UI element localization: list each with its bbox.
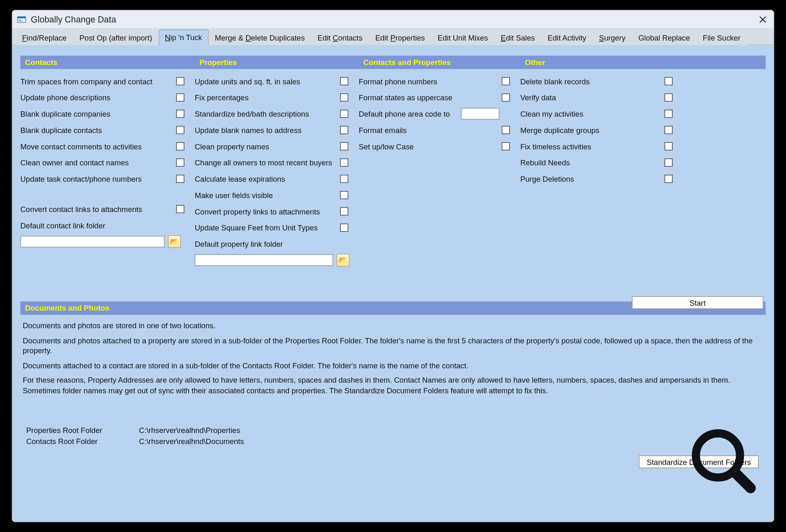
properties-opt-6-label: Calculate lease expirations — [195, 174, 340, 183]
properties-opt-8-checkbox[interactable] — [340, 207, 348, 216]
tab-4[interactable]: Edit Contacts — [311, 30, 369, 45]
contacts-opt-6-checkbox[interactable] — [176, 175, 184, 183]
contacts-folder-browse[interactable]: 📂 — [168, 235, 181, 248]
contacts-root-label: Contacts Root Folder — [26, 437, 125, 446]
tab-6[interactable]: Edit Unit Mixes — [431, 30, 494, 45]
window: Globally Change Data Find/ReplacePost Op… — [11, 10, 774, 522]
contacts-opt-2-checkbox[interactable] — [176, 110, 184, 118]
areacode-input[interactable] — [461, 108, 499, 119]
properties-opt-0-label: Update units and sq. ft. in sales — [195, 77, 340, 86]
both2-opt-0-row: Format emails — [359, 124, 520, 136]
tab-0[interactable]: Find/Replace — [16, 30, 73, 45]
contacts-folder-input[interactable] — [20, 236, 165, 247]
other-opt-2-label: Clean my activities — [520, 109, 664, 118]
properties-opt-9-checkbox[interactable] — [340, 223, 348, 232]
properties-opt-2-label: Standardize bed/bath descriptions — [195, 109, 340, 118]
contacts-folder-label: Default contact link folder — [20, 221, 195, 230]
properties-opt-7-checkbox[interactable] — [340, 191, 348, 199]
contacts-root-row: Contacts Root Folder C:\rhserver\realhnd… — [26, 437, 760, 446]
properties-opt-9-label: Update Square Feet from Unit Types — [195, 223, 340, 232]
docs-p2: Documents and photos attached to a prope… — [23, 336, 763, 356]
properties-folder-input[interactable] — [195, 255, 333, 266]
other-opt-0-row: Delete blank records — [520, 75, 683, 88]
both-opt-1-label: Format states as uppercase — [359, 93, 501, 102]
other-opt-0-checkbox[interactable] — [664, 77, 673, 86]
start-button[interactable]: Start — [632, 296, 763, 309]
properties-opt-8-row: Convert property links to attachments — [195, 205, 359, 218]
properties-opt-7-row: Make user fields visible — [195, 189, 359, 201]
both-opt-0-checkbox[interactable] — [502, 77, 510, 86]
tab-10[interactable]: Global Replace — [632, 30, 696, 45]
tab-8[interactable]: Edit Activity — [541, 30, 593, 45]
other-opt-3-checkbox[interactable] — [664, 126, 673, 134]
properties-opt-5-checkbox[interactable] — [340, 158, 348, 167]
other-opt-1-checkbox[interactable] — [664, 93, 673, 101]
contacts-opt-5-label: Clean owner and contact names — [20, 158, 176, 167]
properties-folder-browse[interactable]: 📂 — [337, 254, 349, 266]
other-opt-6-label: Purge Deletions — [520, 174, 664, 183]
tab-7[interactable]: Edit Sales — [495, 30, 541, 45]
contacts-opt-1-label: Update phone descriptions — [20, 93, 176, 102]
contacts-opt-1-checkbox[interactable] — [176, 93, 184, 101]
properties-root-row: Properties Root Folder C:\rhserver\realh… — [26, 426, 760, 435]
close-button[interactable] — [755, 13, 770, 26]
both2-opt-1-checkbox[interactable] — [502, 142, 510, 151]
contacts-convert-checkbox[interactable] — [176, 205, 184, 213]
properties-folder-label: Default property link folder — [195, 239, 359, 248]
contacts-opt-3-checkbox[interactable] — [176, 126, 184, 134]
properties-folder-label-row: Default property link folder — [195, 237, 359, 250]
header-both: Contacts and Properties — [364, 58, 525, 67]
contacts-opt-4-row: Move contact comments to activities — [20, 140, 195, 153]
properties-opt-1-checkbox[interactable] — [340, 93, 348, 101]
header-other: Other — [525, 58, 761, 67]
properties-opt-6-row: Calculate lease expirations — [195, 172, 359, 185]
both-column: Format phone numbersFormat states as upp… — [359, 75, 520, 267]
both-opt-1-checkbox[interactable] — [502, 93, 510, 101]
both-opt-0-row: Format phone numbers — [359, 75, 520, 88]
section-header-top: Contacts Properties Contacts and Propert… — [20, 56, 766, 69]
tab-11[interactable]: File Sucker — [696, 30, 747, 45]
properties-opt-4-row: Clean property names — [195, 140, 359, 153]
both2-opt-1-label: Set up/low Case — [359, 142, 501, 151]
both-opt-0-label: Format phone numbers — [359, 77, 501, 86]
properties-opt-7-label: Make user fields visible — [195, 191, 340, 199]
contacts-opt-4-checkbox[interactable] — [176, 142, 184, 151]
svg-rect-3 — [19, 20, 23, 21]
other-opt-5-label: Rebuild Needs — [520, 158, 664, 167]
other-opt-6-row: Purge Deletions — [520, 172, 683, 185]
tab-5[interactable]: Edit Properties — [369, 30, 431, 45]
properties-opt-3-row: Update blank names to address — [195, 124, 359, 136]
properties-opt-6-checkbox[interactable] — [340, 175, 348, 183]
contacts-opt-3-label: Blank duplicate contacts — [20, 126, 176, 134]
other-opt-2-row: Clean my activities — [520, 107, 683, 120]
properties-column: Update units and sq. ft. in salesFix per… — [195, 75, 359, 267]
header-contacts: Contacts — [25, 58, 199, 67]
other-opt-4-checkbox[interactable] — [664, 142, 673, 151]
tab-9[interactable]: Surgery — [593, 30, 632, 45]
tab-3[interactable]: Merge & Delete Duplicates — [208, 30, 311, 45]
properties-opt-3-checkbox[interactable] — [340, 126, 348, 134]
both2-opt-1-row: Set up/low Case — [359, 140, 520, 153]
contacts-opt-0-checkbox[interactable] — [176, 77, 184, 86]
contacts-convert-row: Convert contact links to attachments — [20, 203, 195, 215]
standardize-button[interactable]: Standardize Document Folders — [639, 455, 759, 468]
properties-folder-row: 📂 — [195, 254, 359, 266]
other-opt-1-row: Verify data — [520, 91, 683, 104]
other-opt-6-checkbox[interactable] — [664, 175, 673, 183]
properties-opt-4-checkbox[interactable] — [340, 142, 348, 151]
both2-opt-0-checkbox[interactable] — [502, 126, 510, 134]
properties-opt-0-checkbox[interactable] — [340, 77, 348, 86]
client-area: Contacts Properties Contacts and Propert… — [12, 45, 774, 521]
tab-2[interactable]: Nip 'n Tuck — [158, 29, 208, 45]
tab-1[interactable]: Post Op (after import) — [73, 30, 158, 45]
other-opt-0-label: Delete blank records — [520, 77, 664, 86]
contacts-convert-label: Convert contact links to attachments — [20, 205, 176, 213]
other-opt-2-checkbox[interactable] — [664, 110, 673, 118]
properties-opt-9-row: Update Square Feet from Unit Types — [195, 221, 359, 234]
other-opt-5-checkbox[interactable] — [664, 158, 673, 167]
properties-opt-5-label: Change all owners to most recent buyers — [195, 158, 340, 167]
contacts-opt-4-label: Move contact comments to activities — [20, 142, 176, 151]
areacode-row: Default phone area code to — [359, 107, 520, 120]
properties-opt-2-checkbox[interactable] — [340, 110, 348, 118]
contacts-opt-5-checkbox[interactable] — [176, 158, 184, 167]
